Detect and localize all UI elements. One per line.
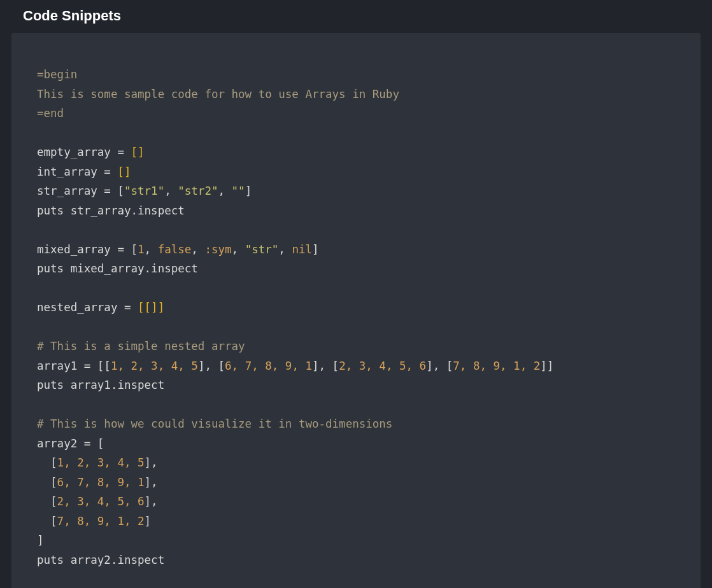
code-line: ] [37, 534, 44, 547]
code-punc: , [164, 185, 178, 197]
code-punc: , [191, 243, 204, 256]
code-line: array1 = [[ [37, 360, 111, 372]
code-line: puts str_array.inspect [37, 204, 185, 217]
code-bracket: [ [37, 495, 57, 508]
code-bracket: ], [145, 476, 158, 489]
code-number: 1, 2, 3, 4, 5 [57, 456, 145, 469]
code-line: str_array = [ [37, 185, 124, 197]
code-line: puts array2.inspect [37, 554, 164, 566]
code-number: 6, 7, 8, 9, 1 [57, 476, 145, 489]
panel-header: Code Snippets [0, 0, 712, 33]
code-punc: , [145, 243, 158, 256]
code-line: puts mixed_array.inspect [37, 262, 198, 275]
code-block: =begin This is some sample code for how … [37, 65, 675, 570]
panel-title: Code Snippets [23, 8, 689, 24]
code-bracket: ], [ [198, 360, 225, 372]
code-bracket: ], [145, 456, 158, 469]
code-bracket: [ [37, 476, 57, 489]
code-string: "str2" [178, 185, 218, 197]
code-comment: This is some sample code for how to use … [37, 88, 399, 101]
code-comment: =begin [37, 68, 77, 81]
code-punc: , [232, 243, 245, 256]
code-number: 2, 3, 4, 5, 6 [57, 495, 145, 508]
code-keyword: nil [292, 243, 312, 256]
code-punc: , [218, 185, 231, 197]
code-string: "str" [245, 243, 279, 256]
code-number: 7, 8, 9, 1, 2 [57, 515, 145, 528]
code-string: "str1" [124, 185, 164, 197]
code-line: int_array = [37, 165, 117, 178]
code-comment: =end [37, 107, 64, 120]
code-bracket: ] [245, 185, 252, 197]
code-line: puts array1.inspect [37, 379, 164, 391]
code-bracket: [ [37, 456, 57, 469]
code-comment: # This is a simple nested array [37, 340, 245, 353]
code-bracket: [] [117, 165, 131, 178]
code-bracket: [[]] [138, 301, 164, 314]
code-line: nested_array = [37, 301, 138, 314]
code-number: 1 [138, 243, 145, 256]
code-number: 6, 7, 8, 9, 1 [225, 360, 312, 372]
code-number: 7, 8, 9, 1, 2 [453, 360, 540, 372]
code-line: mixed_array = [ [37, 243, 138, 256]
code-bracket: ], [ [426, 360, 453, 372]
code-bracket: [ [37, 515, 57, 528]
code-string: "" [232, 185, 245, 197]
code-comment: # This is how we could visualize it in t… [37, 417, 392, 430]
code-bracket: ]] [540, 360, 553, 372]
code-punc: , [278, 243, 292, 256]
code-number: 2, 3, 4, 5, 6 [339, 360, 426, 372]
code-line: empty_array = [37, 146, 131, 158]
code-panel: =begin This is some sample code for how … [11, 33, 701, 588]
code-line: array2 = [ [37, 437, 104, 450]
code-bracket: ], [145, 495, 158, 508]
code-bracket: ] [312, 243, 319, 256]
code-number: 1, 2, 3, 4, 5 [111, 360, 198, 372]
code-symbol: :sym [204, 243, 231, 256]
code-bracket: ] [145, 515, 152, 528]
code-keyword: false [158, 243, 192, 256]
code-bracket: ], [ [312, 360, 339, 372]
code-bracket: [] [131, 146, 145, 158]
